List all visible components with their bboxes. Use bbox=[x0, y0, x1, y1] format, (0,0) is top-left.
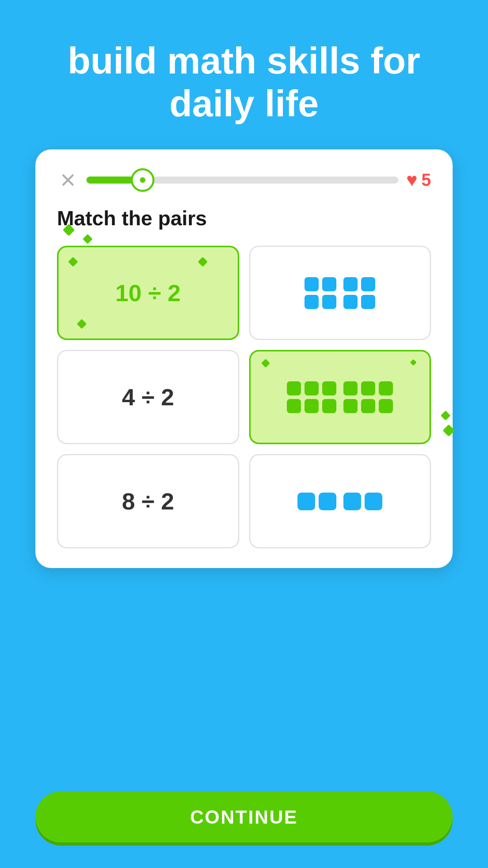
dot-group-right-2 bbox=[343, 277, 375, 309]
progress-dot-inner bbox=[140, 177, 145, 183]
dot bbox=[305, 399, 319, 413]
dot bbox=[322, 399, 336, 413]
dot bbox=[305, 295, 319, 309]
dot-display-4 bbox=[287, 381, 393, 413]
hearts-area: ♥ 5 bbox=[406, 170, 431, 190]
game-card: ♥ 5 Match the pairs 10 ÷ 2 bbox=[35, 149, 453, 568]
pairs-grid: 10 ÷ 2 4 ÷ 2 bbox=[57, 246, 431, 548]
dot bbox=[343, 399, 358, 413]
equation-text-5: 8 ÷ 2 bbox=[122, 488, 174, 515]
dot bbox=[361, 381, 375, 395]
dot bbox=[305, 381, 319, 395]
dot bbox=[379, 381, 393, 395]
dot-group-right-6 bbox=[343, 493, 382, 510]
heart-count: 5 bbox=[422, 170, 431, 190]
sparkle-tr bbox=[198, 257, 207, 267]
dot bbox=[343, 493, 361, 510]
dot bbox=[379, 399, 393, 413]
dot bbox=[361, 295, 375, 309]
sparkle-tl bbox=[68, 257, 78, 267]
card-dots-6[interactable] bbox=[249, 454, 431, 548]
dot-group-left-6 bbox=[297, 493, 336, 510]
dot bbox=[361, 399, 375, 413]
card-dots-2[interactable] bbox=[249, 246, 431, 340]
dot-group-right-4 bbox=[343, 381, 393, 413]
card-equation-5[interactable]: 8 ÷ 2 bbox=[57, 454, 239, 548]
sparkle-bl bbox=[77, 319, 86, 329]
dot-group-left-4 bbox=[287, 381, 336, 413]
sparkle-card4-tl bbox=[261, 359, 270, 368]
dot bbox=[361, 277, 375, 291]
continue-button[interactable]: CONTINUE bbox=[35, 791, 453, 842]
sparkle-right2 bbox=[442, 424, 455, 436]
header-title: build math skills for daily life bbox=[0, 0, 488, 125]
sparkle-card4-tr bbox=[410, 359, 417, 366]
dot-display-6 bbox=[297, 493, 382, 510]
card-dots-4[interactable] bbox=[249, 350, 431, 444]
card-equation-3[interactable]: 4 ÷ 2 bbox=[57, 350, 239, 444]
dot bbox=[343, 295, 358, 309]
dot bbox=[305, 277, 319, 291]
heart-icon: ♥ bbox=[406, 171, 418, 189]
dot bbox=[322, 295, 336, 309]
dot-group-left-2 bbox=[305, 277, 336, 309]
dot bbox=[322, 381, 336, 395]
instruction-text: Match the pairs bbox=[57, 206, 431, 230]
equation-text-1: 10 ÷ 2 bbox=[116, 280, 181, 307]
dot bbox=[287, 399, 301, 413]
dot bbox=[365, 493, 382, 510]
dot bbox=[343, 381, 358, 395]
dot bbox=[287, 381, 301, 395]
close-icon bbox=[60, 172, 76, 188]
progress-dot-container bbox=[131, 168, 154, 192]
dot bbox=[319, 493, 336, 510]
sparkle-right bbox=[440, 410, 450, 420]
equation-text-3: 4 ÷ 2 bbox=[122, 384, 174, 411]
sparkle-outside-tr bbox=[83, 234, 92, 244]
dot-display-2 bbox=[305, 277, 375, 309]
progress-dot-outer bbox=[131, 168, 154, 192]
dot bbox=[297, 493, 315, 510]
top-bar: ♥ 5 bbox=[57, 169, 431, 191]
close-button[interactable] bbox=[57, 169, 79, 191]
card-equation-1[interactable]: 10 ÷ 2 bbox=[57, 246, 239, 340]
progress-bar bbox=[86, 175, 398, 185]
progress-track bbox=[86, 177, 398, 184]
dot bbox=[322, 277, 336, 291]
dot bbox=[343, 277, 358, 291]
